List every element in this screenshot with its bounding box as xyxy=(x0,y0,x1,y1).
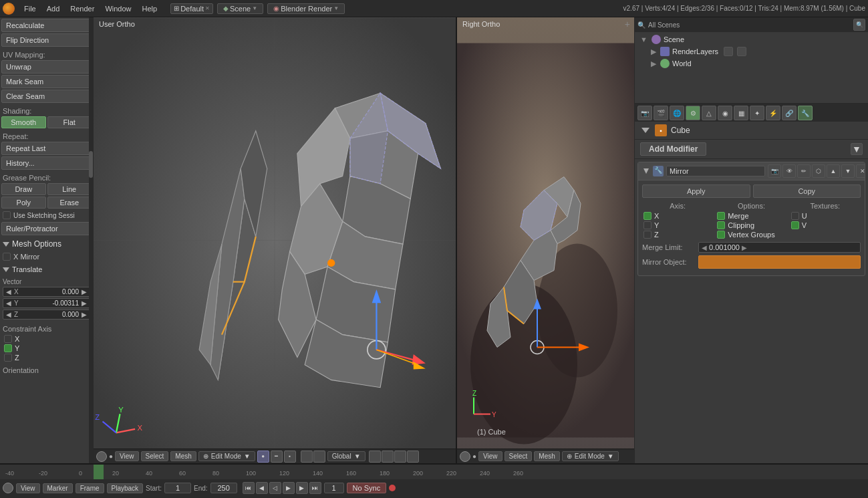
timeline-marker-btn[interactable]: Marker xyxy=(43,483,73,493)
extra-icon-4[interactable] xyxy=(407,451,419,463)
x-mirror-checkbox[interactable] xyxy=(3,253,11,261)
render-selector[interactable]: ◉ Blender Render ▼ xyxy=(267,3,345,14)
mirror-object-field[interactable] xyxy=(698,255,861,269)
extra-icon-3[interactable] xyxy=(394,451,406,463)
prop-object-icon[interactable]: ⚙ xyxy=(686,106,700,120)
modifier-collapse-area[interactable] xyxy=(642,167,650,175)
start-field[interactable]: 1 xyxy=(164,483,191,493)
timeline-ruler[interactable]: -40 -20 0 20 40 60 80 100 120 140 160 18… xyxy=(0,465,868,479)
face-select-icon[interactable]: ▪ xyxy=(284,451,296,463)
outliner-renderlayers-item[interactable]: ▶ RenderLayers xyxy=(637,45,865,57)
draw-button[interactable]: Draw xyxy=(1,183,46,195)
modifier-name-field[interactable] xyxy=(666,166,765,176)
axis-x-cb[interactable] xyxy=(643,212,652,220)
select-btn-left[interactable]: Select xyxy=(141,451,169,461)
vertex-select-icon[interactable]: ● xyxy=(257,451,269,463)
view-btn-left[interactable]: View xyxy=(115,451,139,461)
timeline-playback-btn[interactable]: Playback xyxy=(107,483,144,493)
modifier-up-icon[interactable]: ▲ xyxy=(827,164,840,178)
poly-button[interactable]: Poly xyxy=(1,197,46,209)
copy-button[interactable]: Copy xyxy=(753,184,861,198)
merge-limit-field[interactable]: ◀ 0.001000 ▶ xyxy=(698,242,861,253)
edit-mode-selector[interactable]: ⊕ Edit Mode ▼ xyxy=(198,451,255,461)
mesh-options-header[interactable]: Mesh Options xyxy=(1,237,92,251)
edge-select-icon[interactable]: ━ xyxy=(271,451,283,463)
vertex-groups-cb[interactable] xyxy=(717,231,725,239)
current-frame-field[interactable]: 1 xyxy=(324,483,344,493)
jump-end-btn[interactable]: ⏭ xyxy=(309,482,321,494)
outliner-search-btn[interactable]: 🔍 xyxy=(853,19,865,31)
axis-y-cb[interactable] xyxy=(643,221,652,229)
menu-window[interactable]: Window xyxy=(100,3,136,14)
play-reverse-btn[interactable]: ◁ xyxy=(269,482,281,494)
timeline-frame-btn[interactable]: Frame xyxy=(76,483,104,493)
apply-button[interactable]: Apply xyxy=(642,184,750,198)
select-btn-right[interactable]: Select xyxy=(504,451,533,461)
add-modifier-button[interactable]: Add Modifier xyxy=(640,142,706,156)
modifier-cage-icon[interactable]: ⬡ xyxy=(812,164,825,178)
use-sketching-checkbox[interactable] xyxy=(3,211,11,219)
repeat-last-button[interactable]: Repeat Last xyxy=(1,142,92,155)
merge-cb[interactable] xyxy=(717,212,725,220)
erase-button[interactable]: Erase xyxy=(47,197,92,209)
constraint-x-cb[interactable] xyxy=(4,335,12,343)
mesh-btn-right[interactable]: Mesh xyxy=(534,451,559,461)
menu-add[interactable]: Add xyxy=(41,3,65,14)
clipping-cb[interactable] xyxy=(717,221,725,229)
renderlayers-extra-icon[interactable] xyxy=(724,47,733,56)
renderlayers-extra-icon2[interactable] xyxy=(737,47,746,56)
prop-texture-icon[interactable]: ▦ xyxy=(734,106,748,120)
outliner-world-item[interactable]: ▶ World xyxy=(637,57,865,70)
edit-mode-selector-right[interactable]: ⊕ Edit Mode ▼ xyxy=(562,451,619,461)
extra-icon-2[interactable] xyxy=(382,451,394,463)
modifier-edit-icon[interactable]: ✏ xyxy=(797,164,811,178)
z-vector-field[interactable]: ◀ Z 0.000 ▶ xyxy=(3,309,90,320)
layout-selector[interactable]: ⊞ Default ✕ xyxy=(170,3,213,14)
smooth-button[interactable]: Smooth xyxy=(1,116,46,128)
prop-physics-icon[interactable]: ⚡ xyxy=(766,106,780,120)
constraint-y-cb[interactable] xyxy=(4,344,12,352)
proportional-icon[interactable] xyxy=(313,451,325,463)
menu-file[interactable]: File xyxy=(19,3,41,14)
modifier-close-icon[interactable]: ✕ xyxy=(856,164,865,178)
axis-z-cb[interactable] xyxy=(643,231,652,239)
mesh-btn-left[interactable]: Mesh xyxy=(170,451,196,461)
left-scrollbar[interactable] xyxy=(89,17,93,463)
constraint-z-cb[interactable] xyxy=(4,354,12,362)
timeline-view-btn[interactable]: View xyxy=(16,483,40,493)
viewport-right[interactable]: Right Ortho + xyxy=(457,17,634,463)
modifier-down-icon[interactable]: ▼ xyxy=(841,164,855,178)
left-scroll-thumb[interactable] xyxy=(89,151,93,178)
prop-mesh-icon[interactable]: △ xyxy=(702,106,716,120)
flip-direction-button[interactable]: Flip Direction xyxy=(1,33,92,47)
unwrap-button[interactable]: Unwrap xyxy=(1,60,92,74)
line-button[interactable]: Line xyxy=(47,183,92,195)
prop-constraints-icon[interactable]: 🔗 xyxy=(782,106,797,120)
view-btn-right[interactable]: View xyxy=(478,451,502,461)
snap-icon[interactable] xyxy=(301,451,313,463)
scene-selector[interactable]: ◆ Scene ▼ xyxy=(217,3,263,14)
clear-seam-button[interactable]: Clear Seam xyxy=(1,90,92,103)
prev-frame-btn[interactable]: ◀ xyxy=(256,482,268,494)
prop-scene-icon[interactable]: 🎬 xyxy=(654,106,668,120)
prop-world-icon[interactable]: 🌐 xyxy=(670,106,684,120)
outliner-scene-item[interactable]: ▼ Scene xyxy=(637,33,865,45)
y-vector-field[interactable]: ◀ Y -0.00311 ▶ xyxy=(3,298,90,308)
prop-material-icon[interactable]: ◉ xyxy=(718,106,732,120)
next-frame-btn[interactable]: ▶ xyxy=(296,482,308,494)
extra-icon-1[interactable] xyxy=(369,451,381,463)
recalculate-button[interactable]: Recalculate xyxy=(1,19,92,32)
record-dot[interactable] xyxy=(389,485,396,491)
history-button[interactable]: History... xyxy=(1,156,92,170)
prop-render-icon[interactable]: 📷 xyxy=(637,106,652,120)
flat-button[interactable]: Flat xyxy=(47,116,92,128)
jump-start-btn[interactable]: ⏮ xyxy=(243,482,255,494)
modifier-render-icon[interactable]: 📷 xyxy=(768,164,781,178)
u-cb[interactable] xyxy=(791,212,799,220)
prop-particles-icon[interactable]: ✦ xyxy=(750,106,764,120)
prop-modifiers-icon[interactable]: 🔧 xyxy=(798,106,813,120)
ruler-button[interactable]: Ruler/Protractor xyxy=(1,222,92,235)
menu-help[interactable]: Help xyxy=(137,3,163,14)
no-sync-btn[interactable]: No Sync xyxy=(347,483,387,493)
x-vector-field[interactable]: ◀ X 0.000 ▶ xyxy=(3,287,90,297)
